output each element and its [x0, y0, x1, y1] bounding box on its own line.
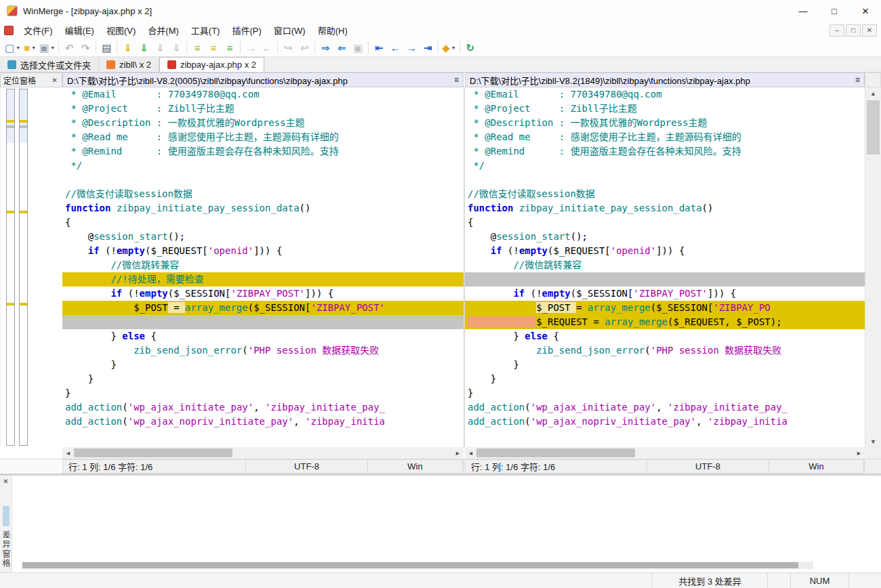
code-line[interactable]: * @Remind : 使用盗版主题会存在各种未知风险。支持 — [62, 144, 464, 159]
first-diff-button[interactable]: ⇤ — [371, 39, 387, 56]
merge-redo-button[interactable]: ↪ — [280, 39, 296, 56]
mdi-restore-button[interactable]: □ — [846, 24, 861, 37]
left-horizontal-scrollbar[interactable]: ◄ ► — [62, 447, 464, 459]
right-horizontal-scrollbar[interactable]: ◄ ► — [465, 447, 865, 459]
location-pane[interactable] — [0, 87, 62, 447]
code-line[interactable]: zib_send_json_error('PHP session 数据获取失败 — [465, 343, 865, 358]
next-diff-button[interactable]: → — [403, 39, 419, 56]
code-line[interactable]: */ — [62, 159, 464, 173]
refresh-button[interactable]: ↻ — [462, 39, 478, 56]
tab-file-compare[interactable]: zibpay-ajax.php x 2 — [159, 57, 264, 72]
mdi-minimize-button[interactable]: – — [829, 24, 844, 37]
code-line[interactable]: add_action('wp_ajax_initiate_pay', 'zibp… — [465, 400, 865, 415]
menu-item-1[interactable]: 编辑(E) — [59, 22, 100, 38]
left-scroll-left-icon[interactable]: ◄ — [62, 450, 74, 457]
code-line[interactable]: * @Description : 一款极其优雅的Wordpress主题 — [62, 116, 464, 130]
code-line[interactable]: * @Read me : 感谢您使用子比主题，主题源码有详细的 — [62, 130, 464, 144]
code-line[interactable]: * @Email : 770349780@qq.com — [465, 87, 865, 102]
scroll-up-icon[interactable]: ▲ — [865, 87, 881, 99]
missing-line-bar[interactable] — [62, 315, 464, 329]
location-strip-right[interactable] — [19, 89, 28, 446]
prev-conflict-button[interactable]: ← — [259, 39, 275, 56]
menu-item-5[interactable]: 插件(P) — [226, 22, 267, 38]
missing-line-bar[interactable] — [465, 272, 865, 287]
code-line[interactable]: $_POST = array_merge($_SESSION['ZIBPAY_P… — [465, 301, 865, 315]
prev-pane-button[interactable]: ⇐ — [333, 39, 350, 56]
save-all-button[interactable]: ▣ — [350, 39, 366, 56]
code-line[interactable]: } — [465, 358, 865, 372]
menu-item-2[interactable]: 视图(V) — [100, 22, 142, 38]
auto-merge-dropdown-icon[interactable]: ▼ — [451, 45, 456, 50]
close-button[interactable]: ✕ — [850, 0, 881, 22]
new-button[interactable]: ▢▼ — [3, 39, 22, 56]
redo-button[interactable]: ↷ — [77, 39, 94, 56]
copy-all-to-right-button[interactable]: ⇓ — [119, 39, 136, 56]
code-line[interactable]: if (!empty($_REQUEST['openid'])) { — [62, 244, 464, 258]
right-pane-menu-icon[interactable]: ≡ — [851, 75, 860, 85]
code-line[interactable]: @session_start(); — [465, 230, 865, 244]
scroll-down-icon[interactable]: ▼ — [865, 436, 881, 447]
diff-pane-scroll-thumb[interactable] — [22, 562, 798, 568]
code-line[interactable] — [465, 173, 865, 187]
open-dropdown-icon[interactable]: ▼ — [31, 45, 36, 50]
code-line[interactable]: { — [465, 215, 865, 230]
right-horizontal-scroll-thumb[interactable] — [476, 448, 635, 457]
tab-folder-compare[interactable]: zibll\ x 2 — [99, 57, 159, 72]
print-button[interactable]: ▤ — [98, 39, 115, 56]
code-line[interactable]: } — [62, 386, 464, 400]
right-code-pane[interactable]: * @Email : 770349780@qq.com * @Project :… — [465, 87, 865, 447]
diff-location-mark[interactable] — [20, 125, 27, 128]
maximize-button[interactable]: □ — [819, 0, 850, 22]
diff-pane-grip[interactable] — [3, 506, 9, 526]
code-line[interactable]: zib_send_json_error('PHP session 数据获取失败 — [62, 343, 464, 358]
code-line[interactable]: $_REQUEST = array_merge($_REQUEST, $_POS… — [465, 315, 865, 329]
code-line[interactable]: if (!empty($_SESSION['ZIBPAY_POST'])) { — [62, 287, 464, 301]
diff-pane-close-icon[interactable]: ✕ — [3, 478, 8, 485]
next-pane-button[interactable]: ⇒ — [317, 39, 333, 56]
code-line[interactable]: function zibpay_initiate_pay_session_dat… — [62, 201, 464, 215]
line-filter-button[interactable]: ≡ — [222, 39, 238, 56]
code-line[interactable]: //!待处理，需要检查 — [62, 272, 464, 287]
left-code-pane[interactable]: * @Email : 770349780@qq.com * @Project :… — [62, 87, 464, 447]
code-line[interactable]: } else { — [62, 329, 464, 343]
diff-location-mark[interactable] — [7, 120, 14, 123]
auto-merge-button[interactable]: ◆▼ — [440, 39, 457, 56]
code-line[interactable]: add_action('wp_ajax_nopriv_initiate_pay'… — [62, 415, 464, 429]
location-strip-left[interactable] — [6, 89, 15, 446]
diff-location-mark[interactable] — [20, 120, 27, 123]
diff-location-mark[interactable] — [20, 303, 27, 306]
diff-pane-horizontal-scrollbar[interactable] — [22, 562, 813, 569]
menu-item-7[interactable]: 帮助(H) — [312, 22, 354, 38]
minimize-button[interactable]: — — [787, 0, 819, 22]
menu-item-0[interactable]: 文件(F) — [18, 22, 59, 38]
next-conflict-button[interactable]: → — [243, 39, 259, 56]
code-line[interactable]: * @Remind : 使用盗版主题会存在各种未知风险。支持 — [465, 144, 865, 159]
code-line[interactable]: //微信跳转兼容 — [465, 258, 865, 272]
right-scroll-left-icon[interactable]: ◄ — [465, 450, 476, 457]
code-line[interactable]: * @Project : Zibll子比主题 — [62, 102, 464, 116]
left-pane-menu-icon[interactable]: ≡ — [450, 75, 459, 85]
view-diff-context-button[interactable]: ≡ — [205, 39, 222, 56]
code-line[interactable]: if (!empty($_REQUEST['openid'])) { — [465, 244, 865, 258]
vertical-scroll-thumb[interactable] — [867, 100, 880, 154]
code-line[interactable]: } — [465, 372, 865, 386]
diff-pane-content[interactable] — [12, 476, 881, 572]
last-diff-button[interactable]: ⇥ — [419, 39, 436, 56]
code-line[interactable]: } — [62, 372, 464, 386]
merge-undo-button[interactable]: ↩ — [296, 39, 312, 56]
code-line[interactable]: * @Description : 一款极其优雅的Wordpress主题 — [465, 116, 865, 130]
tab-select-files[interactable]: 选择文件或文件夹 — [0, 57, 99, 72]
code-line[interactable]: } — [62, 358, 464, 372]
copy-to-right-button[interactable]: ⇓ — [152, 39, 168, 56]
code-line[interactable]: } else { — [465, 329, 865, 343]
save-dropdown-icon[interactable]: ▼ — [50, 45, 55, 50]
menu-item-3[interactable]: 合并(M) — [142, 22, 185, 38]
code-line[interactable]: //微信跳转兼容 — [62, 258, 464, 272]
code-line[interactable]: * @Email : 770349780@qq.com — [62, 87, 464, 102]
right-scroll-right-icon[interactable]: ► — [853, 450, 865, 457]
code-line[interactable]: } — [465, 386, 865, 400]
diff-location-mark[interactable] — [20, 211, 27, 213]
copy-to-left-button[interactable]: ⇓ — [168, 39, 184, 56]
diff-location-mark[interactable] — [7, 303, 14, 306]
resize-grip[interactable] — [848, 573, 881, 588]
